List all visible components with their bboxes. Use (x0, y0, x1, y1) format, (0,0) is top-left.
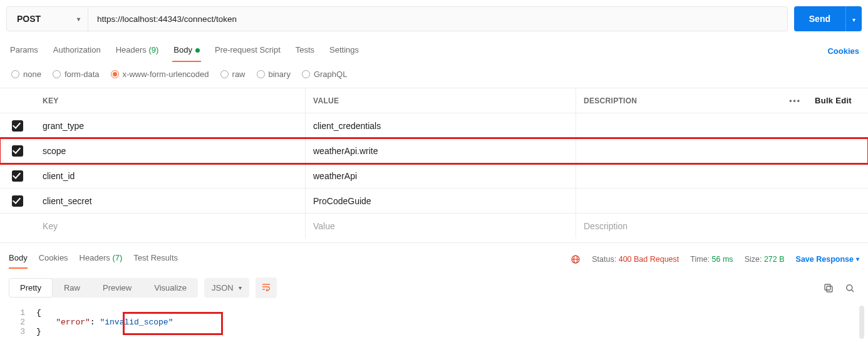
view-visualize[interactable]: Visualize (143, 278, 198, 298)
radio-icon (220, 70, 229, 78)
bulk-edit-button[interactable]: Bulk Edit (815, 96, 852, 105)
value-cell[interactable]: weatherApi.write (306, 138, 576, 163)
format-select[interactable]: JSON ▾ (204, 278, 249, 298)
response-tabs: Body Cookies Headers (7) Test Results (9, 249, 178, 269)
scrollbar[interactable] (859, 306, 864, 339)
search-icon[interactable] (844, 282, 855, 294)
col-key: KEY (35, 88, 306, 113)
table-row: client_id weatherApi (0, 163, 868, 189)
table-placeholder-row: Key Value Description (0, 214, 868, 239)
size-value: 272 B (764, 255, 785, 264)
wrap-icon (261, 282, 271, 292)
table-row: grant_type client_credentials (0, 113, 868, 138)
column-options-button[interactable]: ••• (789, 96, 801, 105)
body-type-formdata[interactable]: form-data (53, 70, 100, 79)
wrap-lines-button[interactable] (256, 277, 277, 298)
response-body[interactable]: 1 { 2 "error": "invalid_scope" 3 } (0, 302, 868, 343)
copy-icon[interactable] (823, 282, 834, 294)
send-dropdown-button[interactable]: ▾ (845, 6, 862, 31)
tab-authorization[interactable]: Authorization (52, 40, 102, 62)
send-button[interactable]: Send (794, 6, 845, 31)
row-enable-checkbox[interactable] (12, 145, 23, 157)
radio-icon (302, 70, 310, 78)
request-url-text: https://localhost:44343/connect/token (97, 14, 237, 24)
radio-icon (111, 70, 119, 78)
key-cell[interactable]: client_secret (35, 189, 306, 213)
request-tabs: Params Authorization Headers (9) Body Pr… (9, 40, 360, 62)
view-mode-group: Pretty Raw Preview Visualize (9, 278, 198, 298)
value-cell[interactable]: weatherApi (306, 163, 576, 188)
body-type-none[interactable]: none (11, 70, 41, 79)
line-number: 1 (9, 308, 36, 318)
line-number: 3 (9, 327, 36, 336)
table-header-row: KEY VALUE DESCRIPTION ••• Bulk Edit (0, 88, 868, 113)
key-placeholder[interactable]: Key (35, 214, 306, 239)
body-type-raw[interactable]: raw (220, 70, 245, 79)
desc-cell[interactable] (576, 138, 868, 163)
radio-icon (257, 70, 265, 78)
tab-prerequest[interactable]: Pre-request Script (214, 40, 282, 62)
view-preview[interactable]: Preview (91, 278, 143, 298)
body-type-urlencoded[interactable]: x-www-form-urlencoded (111, 70, 209, 79)
http-method-label: POST (17, 14, 41, 24)
body-type-binary[interactable]: binary (257, 70, 291, 79)
chevron-down-icon: ▾ (239, 284, 242, 291)
tab-body[interactable]: Body (172, 40, 201, 62)
tab-settings[interactable]: Settings (328, 40, 360, 62)
key-cell[interactable]: grant_type (35, 113, 306, 138)
desc-placeholder[interactable]: Description (576, 214, 868, 239)
view-pretty[interactable]: Pretty (9, 278, 53, 298)
status-value: 400 Bad Request (619, 255, 679, 264)
tab-params[interactable]: Params (9, 40, 39, 62)
col-description: DESCRIPTION (584, 96, 637, 105)
value-cell[interactable]: client_credentials (306, 113, 576, 138)
col-value: VALUE (306, 88, 576, 113)
desc-cell[interactable] (576, 163, 868, 188)
tab-tests[interactable]: Tests (294, 40, 316, 62)
cookies-link[interactable]: Cookies (827, 46, 859, 56)
chevron-down-icon: ▾ (77, 16, 80, 23)
time-value: 56 ms (712, 255, 733, 264)
tab-headers[interactable]: Headers (9) (115, 40, 160, 62)
resp-tab-headers[interactable]: Headers (7) (80, 249, 123, 269)
resp-tab-cookies[interactable]: Cookies (39, 249, 68, 269)
desc-cell[interactable] (576, 113, 868, 138)
params-table: KEY VALUE DESCRIPTION ••• Bulk Edit gran… (0, 88, 868, 239)
svg-rect-2 (827, 286, 832, 292)
line-number: 2 (9, 318, 36, 327)
svg-rect-3 (825, 284, 830, 290)
value-placeholder[interactable]: Value (306, 214, 576, 239)
body-type-graphql[interactable]: GraphQL (302, 70, 347, 79)
body-type-radios: none form-data x-www-form-urlencoded raw… (0, 62, 868, 88)
network-icon[interactable] (571, 254, 581, 264)
row-enable-checkbox[interactable] (12, 120, 23, 132)
resp-tab-body[interactable]: Body (9, 249, 28, 269)
http-method-select[interactable]: POST ▾ (7, 7, 88, 31)
chevron-down-icon: ▾ (856, 256, 859, 262)
row-enable-checkbox[interactable] (12, 195, 23, 207)
value-cell[interactable]: ProCodeGuide (306, 189, 576, 213)
desc-cell[interactable] (576, 189, 868, 213)
save-response-button[interactable]: Save Response ▾ (796, 255, 859, 264)
dot-indicator-icon (195, 48, 200, 53)
row-enable-checkbox[interactable] (12, 170, 23, 182)
chevron-down-icon: ▾ (852, 16, 855, 23)
svg-point-4 (847, 284, 852, 290)
radio-icon (53, 70, 61, 78)
table-row: scope weatherApi.write (0, 138, 868, 163)
key-cell[interactable]: client_id (35, 163, 306, 188)
resp-tab-testresults[interactable]: Test Results (133, 249, 178, 269)
radio-icon (11, 70, 19, 78)
request-url-input[interactable]: https://localhost:44343/connect/token (88, 7, 787, 31)
response-meta: Status: 400 Bad Request Time: 56 ms Size… (571, 254, 859, 264)
view-raw[interactable]: Raw (53, 278, 91, 298)
table-row: client_secret ProCodeGuide (0, 189, 868, 214)
key-cell[interactable]: scope (35, 138, 306, 163)
